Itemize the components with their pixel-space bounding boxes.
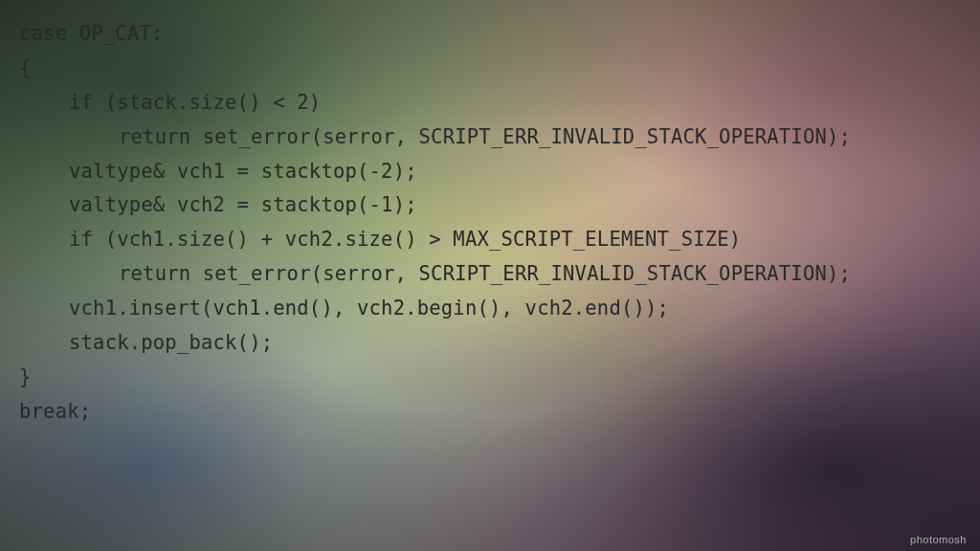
code-line: vch1.insert(vch1.end(), vch2.begin(), vc… [19,292,961,326]
watermark-text: photomosh [910,534,967,545]
code-line: } [19,361,961,395]
code-block: case OP_CAT: { if (stack.size() < 2) ret… [0,0,980,447]
code-line: if (vch1.size() + vch2.size() > MAX_SCRI… [19,223,961,257]
code-line: { [19,52,961,86]
code-line: if (stack.size() < 2) [19,86,961,121]
code-line: valtype& vch2 = stacktop(-1); [19,188,961,223]
code-line: return set_error(serror, SCRIPT_ERR_INVA… [19,121,961,155]
code-line: case OP_CAT: [19,17,961,52]
code-line: return set_error(serror, SCRIPT_ERR_INVA… [19,257,961,292]
code-line: valtype& vch1 = stacktop(-2); [19,155,961,189]
code-line: stack.pop_back(); [19,326,961,361]
code-line: break; [19,395,961,430]
